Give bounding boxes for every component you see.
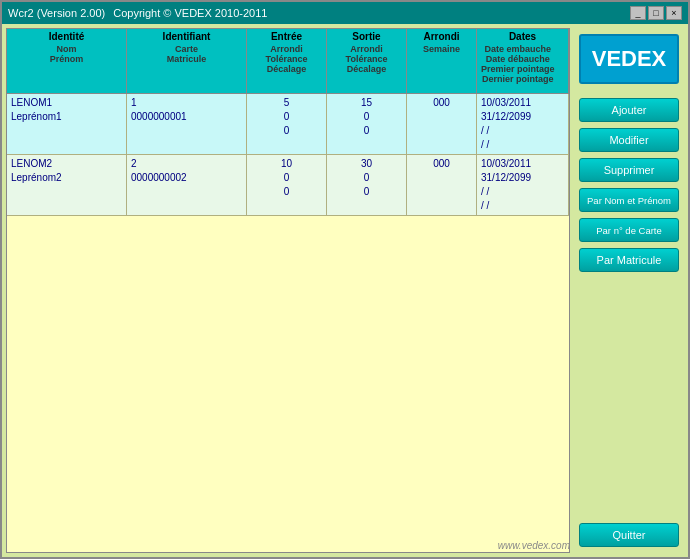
dernier-pointage-1: / / bbox=[481, 138, 564, 152]
table-row[interactable]: LENOM1 Leprénom1 1 0000000001 5 0 0 15 bbox=[7, 94, 569, 155]
modifier-button[interactable]: Modifier bbox=[579, 128, 679, 152]
nom-2: LENOM2 bbox=[11, 157, 122, 171]
cell-entree-2: 10 0 0 bbox=[247, 155, 327, 215]
sortie-tolerance-1: 0 bbox=[331, 110, 402, 124]
table-row[interactable]: LENOM2 Leprénom2 2 0000000002 10 0 0 30 bbox=[7, 155, 569, 216]
maximize-button[interactable]: □ bbox=[648, 6, 664, 20]
matricule-1: 0000000001 bbox=[131, 110, 242, 124]
entree-tolerance-2: 0 bbox=[251, 171, 322, 185]
sortie-tolerance-2: 0 bbox=[331, 171, 402, 185]
content-area: Identité Nom Prénom Identifiant Carte Ma… bbox=[2, 24, 688, 557]
col-sortie: Sortie Arrondi Tolérance Décalage bbox=[327, 29, 407, 93]
cell-sortie-1: 15 0 0 bbox=[327, 94, 407, 154]
col-identifiant: Identifiant Carte Matricule bbox=[127, 29, 247, 93]
prenom-1: Leprénom1 bbox=[11, 110, 122, 124]
entree-tolerance-1: 0 bbox=[251, 110, 322, 124]
cell-identifiant-2: 2 0000000002 bbox=[127, 155, 247, 215]
prenom-2: Leprénom2 bbox=[11, 171, 122, 185]
semaine-1: 000 bbox=[411, 96, 472, 110]
ajouter-button[interactable]: Ajouter bbox=[579, 98, 679, 122]
main-window: Wcr2 (Version 2.00) Copyright © VEDEX 20… bbox=[0, 0, 690, 559]
minimize-button[interactable]: _ bbox=[630, 6, 646, 20]
entree-decalage-1: 0 bbox=[251, 124, 322, 138]
date-debauche-2: 31/12/2099 bbox=[481, 171, 564, 185]
sortie-decalage-2: 0 bbox=[331, 185, 402, 199]
par-nom-prenom-button[interactable]: Par Nom et Prénom bbox=[579, 188, 679, 212]
supprimer-button[interactable]: Supprimer bbox=[579, 158, 679, 182]
watermark: www.vedex.com bbox=[498, 540, 570, 551]
cell-nom-2: LENOM2 Leprénom2 bbox=[7, 155, 127, 215]
sidebar: VEDEX Ajouter Modifier Supprimer Par Nom… bbox=[574, 28, 684, 553]
cell-identifiant-1: 1 0000000001 bbox=[127, 94, 247, 154]
cell-dates-2: 10/03/2011 31/12/2099 / / / / bbox=[477, 155, 569, 215]
entree-arrondi-1: 5 bbox=[251, 96, 322, 110]
entree-arrondi-2: 10 bbox=[251, 157, 322, 171]
app-name: Wcr2 (Version 2.00) bbox=[8, 7, 105, 19]
close-button[interactable]: × bbox=[666, 6, 682, 20]
cell-dates-1: 10/03/2011 31/12/2099 / / / / bbox=[477, 94, 569, 154]
entree-decalage-2: 0 bbox=[251, 185, 322, 199]
vedex-logo: VEDEX bbox=[579, 34, 679, 84]
date-debauche-1: 31/12/2099 bbox=[481, 110, 564, 124]
cell-entree-1: 5 0 0 bbox=[247, 94, 327, 154]
carte-2: 2 bbox=[131, 157, 242, 171]
premier-pointage-1: / / bbox=[481, 124, 564, 138]
col-arrondi: Arrondi Semaine bbox=[407, 29, 477, 93]
par-matricule-button[interactable]: Par Matricule bbox=[579, 248, 679, 272]
cell-sortie-2: 30 0 0 bbox=[327, 155, 407, 215]
copyright: Copyright © VEDEX 2010-2011 bbox=[113, 7, 267, 19]
matricule-2: 0000000002 bbox=[131, 171, 242, 185]
table-header: Identité Nom Prénom Identifiant Carte Ma… bbox=[7, 29, 569, 94]
dernier-pointage-2: / / bbox=[481, 199, 564, 213]
quitter-button[interactable]: Quitter bbox=[579, 523, 679, 547]
cell-semaine-1: 000 bbox=[407, 94, 477, 154]
sortie-arrondi-1: 15 bbox=[331, 96, 402, 110]
title-bar-controls[interactable]: _ □ × bbox=[630, 6, 682, 20]
premier-pointage-2: / / bbox=[481, 185, 564, 199]
cell-semaine-2: 000 bbox=[407, 155, 477, 215]
sortie-decalage-1: 0 bbox=[331, 124, 402, 138]
main-panel: Identité Nom Prénom Identifiant Carte Ma… bbox=[6, 28, 570, 553]
col-entree: Entrée Arrondi Tolérance Décalage bbox=[247, 29, 327, 93]
col-dates: Dates Date embauche Date débauche Premie… bbox=[477, 29, 569, 93]
par-carte-button[interactable]: Par n° de Carte bbox=[579, 218, 679, 242]
col-identite: Identité Nom Prénom bbox=[7, 29, 127, 93]
title-bar: Wcr2 (Version 2.00) Copyright © VEDEX 20… bbox=[2, 2, 688, 24]
cell-nom-1: LENOM1 Leprénom1 bbox=[7, 94, 127, 154]
date-embauche-2: 10/03/2011 bbox=[481, 157, 564, 171]
sortie-arrondi-2: 30 bbox=[331, 157, 402, 171]
table-body: LENOM1 Leprénom1 1 0000000001 5 0 0 15 bbox=[7, 94, 569, 552]
nom-1: LENOM1 bbox=[11, 96, 122, 110]
semaine-2: 000 bbox=[411, 157, 472, 171]
date-embauche-1: 10/03/2011 bbox=[481, 96, 564, 110]
carte-1: 1 bbox=[131, 96, 242, 110]
title-bar-left: Wcr2 (Version 2.00) Copyright © VEDEX 20… bbox=[8, 7, 267, 19]
